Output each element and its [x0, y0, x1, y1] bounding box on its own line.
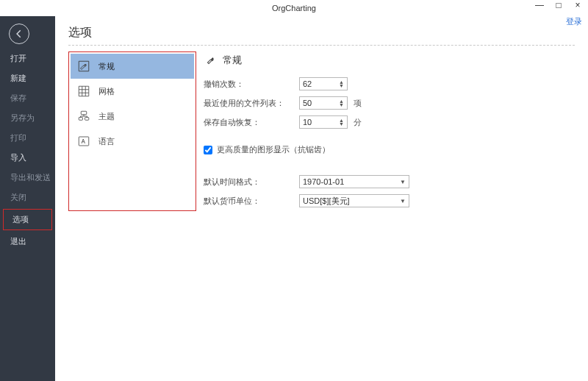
category-grid[interactable]: 网格	[71, 79, 194, 104]
sidebar-item-exit[interactable]: 退出	[0, 232, 55, 252]
app-title: OrgCharting	[272, 4, 316, 13]
sidebar-item-open[interactable]: 打开	[0, 49, 55, 68]
sidebar-item-new[interactable]: 新建	[0, 68, 55, 88]
spinner-icon[interactable]: ▲▼	[339, 118, 344, 126]
category-list: 常规 网格 主题 语言	[68, 51, 196, 211]
spinner-icon[interactable]: ▲▼	[339, 80, 344, 88]
grid-icon	[76, 84, 91, 99]
sidebar-item-saveas[interactable]: 另存为	[0, 108, 55, 128]
category-theme[interactable]: 主题	[71, 104, 194, 129]
recent-value: 50	[303, 99, 312, 107]
antialias-checkbox-row[interactable]: 更高质量的图形显示（抗锯齿）	[204, 144, 575, 155]
autosave-unit: 分	[354, 117, 362, 128]
close-button[interactable]: ×	[572, 0, 584, 10]
autosave-value: 10	[303, 118, 312, 127]
autosave-label: 保存自动恢复：	[204, 117, 299, 128]
sidebar-item-print[interactable]: 打印	[0, 128, 55, 148]
svg-rect-0	[81, 111, 87, 115]
undo-label: 撤销次数：	[204, 79, 299, 90]
currency-label: 默认货币单位：	[204, 196, 299, 207]
dateformat-value: 1970-01-01	[303, 177, 344, 186]
page-title: 选项	[68, 25, 575, 40]
arrow-left-icon	[14, 29, 24, 39]
maximize-button[interactable]: □	[553, 0, 564, 10]
minimize-button[interactable]: —	[534, 0, 545, 10]
category-label: 网格	[98, 86, 115, 97]
sidebar: 打开 新建 保存 另存为 打印 导入 导出和发送 关闭 选项 退出	[0, 16, 55, 381]
sidebar-item-export[interactable]: 导出和发送	[0, 168, 55, 188]
category-language[interactable]: 语言	[71, 129, 194, 154]
category-label: 常规	[98, 61, 115, 72]
category-label: 主题	[98, 111, 115, 122]
chevron-down-icon: ▼	[400, 198, 406, 204]
title-bar: OrgCharting — □ ×	[0, 0, 588, 16]
currency-value: USD[$][美元]	[303, 196, 350, 207]
undo-value: 62	[303, 79, 312, 88]
content-area: 选项 常规 网格	[55, 16, 588, 381]
recent-unit: 项	[354, 98, 362, 109]
dateformat-label: 默认时间格式：	[204, 177, 299, 188]
wrench-icon	[76, 59, 91, 74]
sidebar-item-save[interactable]: 保存	[0, 88, 55, 108]
svg-rect-2	[85, 118, 89, 121]
window-controls: — □ ×	[534, 0, 584, 10]
language-icon	[76, 134, 91, 149]
wrench-icon	[204, 53, 218, 68]
sidebar-item-import[interactable]: 导入	[0, 148, 55, 168]
back-button[interactable]	[9, 24, 29, 44]
theme-icon	[76, 109, 91, 124]
section-title: 常规	[223, 54, 242, 67]
antialias-checkbox[interactable]	[204, 146, 212, 154]
sidebar-item-closefile[interactable]: 关闭	[0, 188, 55, 207]
currency-combo[interactable]: USD[$][美元] ▼	[299, 194, 409, 207]
antialias-label: 更高质量的图形显示（抗锯齿）	[217, 144, 330, 155]
separator	[68, 45, 575, 46]
chevron-down-icon: ▼	[400, 179, 406, 185]
recent-input[interactable]: 50 ▲▼	[299, 96, 348, 110]
spinner-icon[interactable]: ▲▼	[339, 99, 344, 107]
sidebar-item-options[interactable]: 选项	[4, 210, 51, 229]
category-label: 语言	[98, 136, 115, 147]
dateformat-combo[interactable]: 1970-01-01 ▼	[299, 175, 409, 188]
category-general[interactable]: 常规	[71, 54, 194, 79]
recent-label: 最近使用的文件列表：	[204, 98, 299, 109]
svg-rect-1	[79, 118, 82, 121]
section-header: 常规	[204, 53, 575, 68]
autosave-input[interactable]: 10 ▲▼	[299, 115, 348, 129]
settings-panel: 常规 撤销次数： 62 ▲▼ 最近使用的文件列表： 50 ▲▼ 项	[204, 51, 575, 211]
undo-input[interactable]: 62 ▲▼	[299, 77, 348, 90]
